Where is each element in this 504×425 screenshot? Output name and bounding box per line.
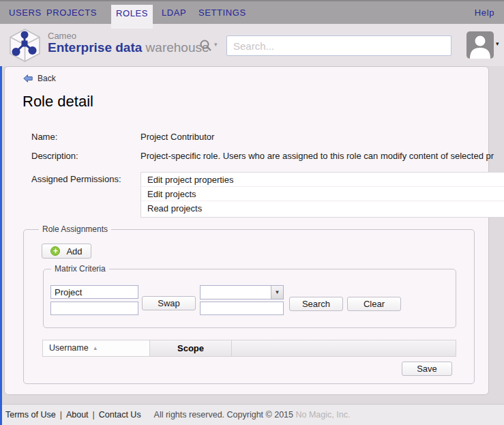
person-silhouette-icon xyxy=(466,31,494,59)
username-column-label: Username xyxy=(49,343,89,353)
save-button[interactable]: Save xyxy=(402,362,452,376)
copyright-text: All rights reserved. Copyright © 2015 No… xyxy=(0,405,504,425)
description-label: Description: xyxy=(31,151,78,161)
matrix-row-filter-input[interactable] xyxy=(50,302,138,315)
plus-circle-icon: + xyxy=(50,246,60,256)
nav-item-roles[interactable]: ROLES xyxy=(111,5,153,29)
user-menu-caret-icon[interactable]: ▾ xyxy=(496,40,499,47)
nav-item-projects[interactable]: PROJECTS xyxy=(46,1,97,24)
description-value: Project-specific role. Users who are ass… xyxy=(140,151,504,161)
cameo-logo-icon xyxy=(8,29,42,62)
top-navbar: USERS PROJECTS ROLES LDAP SETTINGS Help xyxy=(0,0,504,24)
user-avatar[interactable] xyxy=(466,31,494,59)
back-button[interactable]: Back xyxy=(23,74,56,83)
column-header-username[interactable]: Username▲ xyxy=(43,340,150,356)
search-icon[interactable] xyxy=(199,39,212,52)
matrix-criteria-legend: Matrix Criteria xyxy=(51,264,109,274)
permission-item: Edit projects xyxy=(141,187,504,201)
assignments-table-header: Username▲ Scope xyxy=(42,340,456,357)
name-value: Project Contributor xyxy=(140,132,214,142)
back-label: Back xyxy=(38,74,56,83)
assigned-permissions-list: Edit project properties Edit projects Re… xyxy=(140,172,504,218)
matrix-column-select[interactable]: ▼ xyxy=(200,285,284,299)
copyright-label: All rights reserved. Copyright © 2015 xyxy=(154,410,293,420)
swap-button[interactable]: Swap xyxy=(142,296,196,310)
role-assignments-legend: Role Assignments xyxy=(39,224,111,234)
matrix-row-input[interactable] xyxy=(50,285,138,299)
column-header-scope[interactable]: Scope xyxy=(150,340,232,356)
permission-item: Edit project properties xyxy=(141,173,504,187)
search-button[interactable]: Search xyxy=(289,297,343,311)
add-button[interactable]: + Add xyxy=(42,244,91,259)
assigned-permissions-label: Assigned Permissions: xyxy=(31,174,121,184)
app-header: Cameo Enterprise data warehouse ▾ ▾ xyxy=(0,24,504,66)
logo-brand: Cameo xyxy=(48,31,209,41)
content-panel: Back Role detail Name: Project Contribut… xyxy=(4,66,489,395)
matrix-column-filter-input[interactable] xyxy=(200,302,284,315)
column-header-empty xyxy=(232,340,456,356)
page-title: Role detail xyxy=(23,93,93,111)
permission-item: Read projects xyxy=(141,201,504,216)
logo-text: Cameo Enterprise data warehouse xyxy=(48,31,209,55)
search-options-chevron-icon[interactable]: ▾ xyxy=(214,41,218,48)
search-input[interactable] xyxy=(226,35,451,56)
select-chevron-down-icon: ▼ xyxy=(271,286,283,299)
nav-item-settings[interactable]: SETTINGS xyxy=(198,1,246,24)
nav-item-users[interactable]: USERS xyxy=(9,1,42,24)
window-edge-accent xyxy=(0,66,2,425)
company-name: No Magic, Inc. xyxy=(293,410,350,420)
add-label: Add xyxy=(66,246,82,257)
clear-button[interactable]: Clear xyxy=(347,297,401,311)
nav-item-help[interactable]: Help xyxy=(475,1,494,24)
sort-ascending-icon: ▲ xyxy=(93,345,98,351)
nav-item-ldap[interactable]: LDAP xyxy=(162,1,186,24)
logo-product-bold: Enterprise data xyxy=(48,40,142,55)
back-arrow-icon xyxy=(23,74,33,83)
footer: Terms of Use|About|Contact Us All rights… xyxy=(0,404,504,425)
name-label: Name: xyxy=(31,132,57,142)
